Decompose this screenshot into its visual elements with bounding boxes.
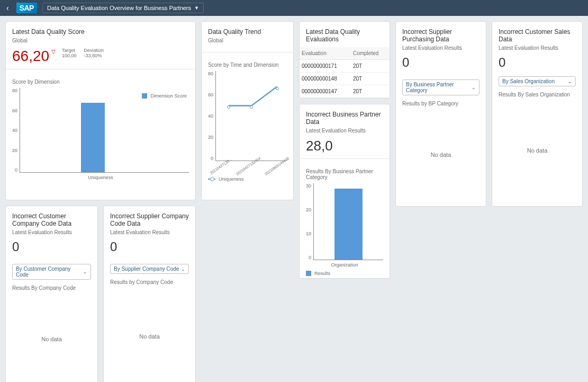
card-title: Incorrect Customer Company Code Data xyxy=(12,212,91,227)
no-data: No data xyxy=(12,294,91,382)
kpi-value: 28,0 xyxy=(306,138,383,154)
card-evaluations: Latest Data Quality Evaluations Evaluati… xyxy=(299,21,390,99)
trend-down-icon: ▽ xyxy=(51,49,56,55)
select-sales-org[interactable]: By Sales Organization ⌄ xyxy=(499,76,576,86)
evaluations-table: Evaluation Completed 00000000017120T 000… xyxy=(300,47,390,98)
card-latest-score: Latest Data Quality Score Global 66,20 ▽… xyxy=(5,21,196,200)
no-data: No data xyxy=(499,101,576,200)
chevron-down-icon: ▼ xyxy=(194,5,199,11)
score-value: 66,20 ▽ xyxy=(12,48,56,65)
card-customer-sales: Incorrect Customer Sales Data Latest Eva… xyxy=(492,21,583,207)
card-title: Latest Data Quality Score xyxy=(12,28,189,35)
card-title: Latest Data Quality Evaluations xyxy=(306,28,383,43)
app-header: ‹ SAP Data Quality Evaluation Overview f… xyxy=(0,0,588,16)
page-title: Data Quality Evaluation Overview for Bus… xyxy=(47,5,191,11)
kpi-value: 0 xyxy=(110,239,189,254)
chart-trend xyxy=(215,71,287,161)
back-icon[interactable]: ‹ xyxy=(4,4,11,12)
card-supplier-purchasing: Incorrect Supplier Purchasing Data Lates… xyxy=(395,21,486,207)
table-row[interactable]: 00000000017120T xyxy=(300,60,390,73)
select-supplier-company-code[interactable]: By Supplier Company Code ⌄ xyxy=(110,264,189,274)
kpi-value: 0 xyxy=(499,55,576,70)
card-title: Incorrect Supplier Purchasing Data xyxy=(402,28,480,43)
kpi-value: 0 xyxy=(12,239,91,254)
card-trend: Data Quality Trend Global Score by Time … xyxy=(201,21,294,200)
chevron-down-icon: ⌄ xyxy=(83,269,87,274)
sap-logo: SAP xyxy=(16,3,37,13)
chart-bp-category xyxy=(313,183,383,260)
kpi-value: 0 xyxy=(402,55,480,70)
select-bp-category[interactable]: By Business Partner Category ⌄ xyxy=(402,79,480,95)
chevron-down-icon: ⌄ xyxy=(181,266,185,272)
no-data: No data xyxy=(110,288,189,382)
card-incorrect-bp: Incorrect Business Partner Data Latest E… xyxy=(299,104,390,279)
chart-score-by-dimension: Dimension Score xyxy=(20,88,189,173)
page-title-dropdown[interactable]: Data Quality Evaluation Overview for Bus… xyxy=(42,3,204,13)
table-row[interactable]: 00000000014820T xyxy=(300,73,390,85)
card-supplier-company: Incorrect Supplier Company Code Data Lat… xyxy=(103,206,196,382)
card-scope: Global xyxy=(12,38,189,43)
card-title: Incorrect Business Partner Data xyxy=(306,111,383,126)
table-row[interactable]: 00000000014720T xyxy=(300,85,390,98)
card-title: Data Quality Trend xyxy=(208,28,287,35)
chevron-down-icon: ⌄ xyxy=(472,85,476,90)
no-data: No data xyxy=(402,110,480,200)
card-title: Incorrect Customer Sales Data xyxy=(499,28,576,43)
card-title: Incorrect Supplier Company Code Data xyxy=(110,212,189,227)
section-label: Score by Dimension xyxy=(12,79,189,85)
select-customer-company-code[interactable]: By Customer Company Code ⌄ xyxy=(12,264,91,280)
chevron-down-icon: ⌄ xyxy=(568,79,572,84)
card-customer-company: Incorrect Customer Company Code Data Lat… xyxy=(5,206,98,382)
